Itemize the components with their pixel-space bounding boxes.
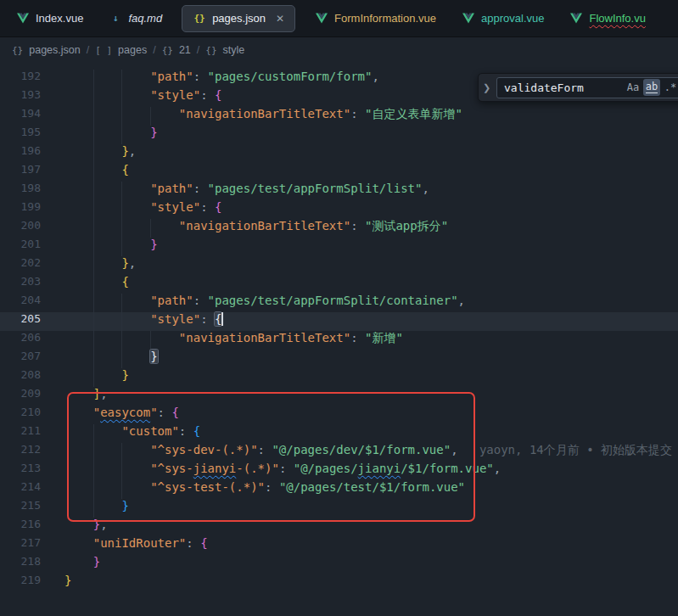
line-number[interactable]: 200 [0,219,41,232]
code-line-197[interactable]: 197 { [0,163,678,182]
array-icon: [ ] [95,45,112,56]
line-number[interactable]: 213 [0,462,41,474]
tab-approval-vue[interactable]: approval.vue [449,0,557,37]
line-number[interactable]: 219 [0,574,41,586]
close-icon[interactable]: ✕ [276,13,284,25]
whole-word-label: ab [646,81,658,93]
code-area[interactable]: 192 "path": "pages/customForm/form",193 … [0,63,678,616]
regex-button[interactable]: .* [662,79,678,96]
search-input-value: validateForm [504,81,623,94]
code-line-203[interactable]: 203 { [0,275,678,294]
code-line-205[interactable]: 205 "style": { [0,312,678,331]
line-number[interactable]: 201 [0,238,41,250]
code-line-217[interactable]: 217 "uniIdRouter": { [0,536,678,555]
line-number[interactable]: 214 [0,480,41,493]
code-line-212[interactable]: 212 "^sys-dev-(.*)": "@/pages/dev/$1/for… [0,443,678,462]
line-number[interactable]: 202 [0,256,41,269]
code-line-194[interactable]: 194 "navigationBarTitleText": "自定义表单新增" [0,107,678,126]
vue-icon [315,13,328,24]
breadcrumb-item[interactable]: pages [118,44,147,56]
code-line-195[interactable]: 195 } [0,126,678,144]
code-line-219[interactable]: 219} [0,574,678,592]
vue-icon [462,13,475,24]
code-line-215[interactable]: 215 } [0,499,678,518]
editor[interactable]: 192 "path": "pages/customForm/form",193 … [0,63,678,616]
code-line-201[interactable]: 201 } [0,238,678,256]
line-number[interactable]: 198 [0,182,41,194]
tab-index-vue[interactable]: Index.vue [3,0,96,37]
tab-label: pages.json [212,12,266,25]
line-number[interactable]: 196 [0,144,41,157]
tab-faq-md[interactable]: ↓faq.md [96,0,175,37]
json-icon: {} [193,13,206,24]
tab-pages-json[interactable]: {}pages.json✕ [182,5,295,32]
code-line-207[interactable]: 207 } [0,350,678,368]
tab-flowinfo-vu[interactable]: FlowInfo.vu [557,0,658,37]
tab-forminformation-vue[interactable]: FormInformation.vue [302,0,449,37]
match-case-button[interactable]: Aa [625,79,642,96]
breadcrumb-item[interactable]: style [223,44,245,56]
line-number[interactable]: 208 [0,368,41,381]
find-widget: ❯ validateForm Aa ab .* [478,73,678,102]
line-number[interactable]: 204 [0,294,41,306]
object-icon: {} [162,45,173,56]
code-line-213[interactable]: 213 "^sys-jianyi-(.*)": "@/pages/jianyi/… [0,462,678,480]
line-number[interactable]: 199 [0,200,41,213]
search-input[interactable]: validateForm Aa ab .* [496,77,678,98]
line-number[interactable]: 210 [0,406,41,418]
tab-label: Index.vue [36,12,83,25]
line-number[interactable]: 212 [0,443,41,456]
code-line-209[interactable]: 209 ], [0,387,678,406]
vue-icon [569,13,583,24]
breadcrumb-separator: / [197,44,199,56]
tab-label: FlowInfo.vu [589,12,645,25]
line-number[interactable]: 195 [0,126,41,138]
line-number[interactable]: 203 [0,275,41,288]
vue-icon [16,13,30,24]
tab-label: faq.md [128,12,162,25]
code-line-208[interactable]: 208 } [0,368,678,387]
line-number[interactable]: 197 [0,163,41,176]
line-number[interactable]: 211 [0,424,41,437]
code-line-202[interactable]: 202 }, [0,256,678,275]
whole-word-button[interactable]: ab [643,79,660,96]
toggle-replace-chevron-icon[interactable]: ❯ [483,82,492,93]
object-icon: {} [205,45,216,56]
code-line-218[interactable]: 218 } [0,555,678,574]
markdown-icon: ↓ [109,13,122,24]
code-line-204[interactable]: 204 "path": "pages/test/appFormSplit/con… [0,294,678,312]
tab-bar: Index.vue↓faq.md{}pages.json✕FormInforma… [0,0,678,37]
vscode-window: Index.vue↓faq.md{}pages.json✕FormInforma… [0,0,678,616]
code-line-214[interactable]: 214 "^sys-test-(.*)": "@/pages/test/$1/f… [0,480,678,499]
line-number[interactable]: 192 [0,70,41,82]
line-number[interactable]: 215 [0,499,41,512]
breadcrumb-item[interactable]: pages.json [29,44,80,56]
breadcrumb-item[interactable]: 21 [179,44,191,56]
code-line-199[interactable]: 199 "style": { [0,200,678,219]
code-line-198[interactable]: 198 "path": "pages/test/appFormSplit/lis… [0,182,678,200]
json-object-icon: {} [12,45,23,56]
line-number[interactable]: 206 [0,331,41,344]
line-number[interactable]: 218 [0,555,41,568]
line-number[interactable]: 207 [0,350,41,362]
code-line-210[interactable]: 210 "easycom": { [0,406,678,424]
code-line-196[interactable]: 196 }, [0,144,678,163]
code-line-200[interactable]: 200 "navigationBarTitleText": "测试app拆分" [0,219,678,238]
breadcrumb-separator: / [87,44,89,56]
line-number[interactable]: 216 [0,518,41,530]
tab-label: approval.vue [481,12,544,25]
code-line-216[interactable]: 216 }, [0,518,678,536]
breadcrumb: {}pages.json/[ ]pages/{}21/{}style [0,37,678,63]
line-number[interactable]: 194 [0,107,41,120]
breadcrumb-separator: / [153,44,155,56]
line-number[interactable]: 209 [0,387,41,400]
line-number[interactable]: 193 [0,88,41,101]
code-line-211[interactable]: 211 "custom": { [0,424,678,443]
tab-label: FormInformation.vue [334,12,436,25]
line-number[interactable]: 217 [0,536,41,549]
code-line-206[interactable]: 206 "navigationBarTitleText": "新增" [0,331,678,350]
line-number[interactable]: 205 [0,312,41,325]
text-cursor [221,312,223,326]
